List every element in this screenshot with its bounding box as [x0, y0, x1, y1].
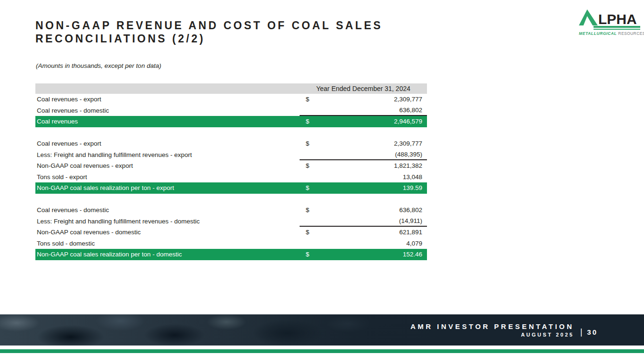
row-value: (488,395) — [395, 151, 427, 158]
bottom-green-stripe — [0, 349, 644, 353]
page-title-line1: NON-GAAP REVENUE AND COST OF COAL SALES — [35, 19, 383, 32]
table-header-period: Year Ended December 31, 2024 — [300, 85, 427, 92]
row-value: 636,802 — [399, 107, 427, 114]
currency-symbol: $ — [300, 118, 309, 125]
row-value: 4,079 — [406, 240, 427, 247]
row-amount-cell: $ 152.46 — [300, 249, 427, 260]
row-amount-cell: 13,048 — [300, 172, 427, 183]
currency-symbol: $ — [300, 206, 309, 214]
row-amount-cell: $ 139.59 — [300, 182, 427, 194]
row-amount-cell: 4,079 — [300, 238, 427, 249]
logo-wordmark: LPHA — [598, 13, 637, 25]
page-title: NON-GAAP REVENUE AND COST OF COAL SALES … — [35, 19, 383, 45]
row-value: 139.59 — [403, 184, 427, 191]
row-label: Less: Freight and handling fulfillment r… — [35, 151, 300, 158]
table-row: Non-GAAP coal revenues - export $ 1,821,… — [35, 160, 427, 172]
logo-mountain-a-icon — [579, 9, 598, 25]
logo-word-row: LPHA — [579, 9, 640, 25]
table-row: Coal revenues - export $ 2,309,777 — [35, 138, 427, 149]
currency-symbol: $ — [300, 96, 309, 103]
presentation-title: AMR INVESTOR PRESENTATION — [410, 322, 574, 330]
table-header-row: Year Ended December 31, 2024 — [35, 83, 427, 94]
table-row: Tons sold - export 13,048 — [35, 172, 427, 183]
table-row-total: Coal revenues $ 2,946,579 — [35, 116, 427, 127]
row-value: 152.46 — [403, 251, 427, 258]
row-value: 621,891 — [399, 229, 427, 236]
row-label: Coal revenues - domestic — [35, 107, 300, 114]
logo-tagline: METALLURGICAL RESOURCES — [579, 31, 640, 36]
currency-symbol: $ — [300, 229, 309, 236]
logo-stripe-thin — [594, 29, 640, 30]
slide: NON-GAAP REVENUE AND COST OF COAL SALES … — [0, 0, 644, 362]
footer-caption: AMR INVESTOR PRESENTATION AUGUST 2025 | … — [410, 322, 598, 337]
table-row: Coal revenues - domestic 636,802 — [35, 105, 427, 116]
row-amount-cell: $ 1,821,382 — [300, 160, 427, 172]
row-label: Tons sold - domestic — [35, 240, 300, 247]
currency-symbol: $ — [300, 251, 309, 258]
row-label: Tons sold - export — [35, 173, 300, 181]
table-row-total: Non-GAAP coal sales realization per ton … — [35, 182, 427, 194]
row-amount-cell: $ 2,946,579 — [300, 116, 427, 127]
row-label: Coal revenues - domestic — [35, 206, 300, 214]
row-amount-cell: $ 2,309,777 — [300, 94, 427, 105]
presentation-date: AUGUST 2025 — [410, 332, 574, 337]
row-label: Non-GAAP coal revenues - export — [35, 162, 300, 169]
table-row: Less: Freight and handling fulfillment r… — [35, 149, 427, 161]
row-value: 636,802 — [399, 206, 427, 214]
table-row-total: Non-GAAP coal sales realization per ton … — [35, 249, 427, 260]
reconciliation-table: Year Ended December 31, 2024 Coal revenu… — [35, 83, 427, 260]
logo-tagline-secondary: RESOURCES — [618, 31, 644, 36]
table-row: Coal revenues - export $ 2,309,777 — [35, 94, 427, 105]
table-row: Non-GAAP coal revenues - domestic $ 621,… — [35, 227, 427, 238]
table-section-gap — [35, 127, 427, 139]
row-label: Non-GAAP coal sales realization per ton … — [35, 251, 300, 258]
alpha-logo: LPHA METALLURGICAL RESOURCES — [579, 9, 640, 36]
currency-symbol: $ — [300, 162, 309, 169]
row-label: Non-GAAP coal revenues - domestic — [35, 229, 300, 236]
table-row: Tons sold - domestic 4,079 — [35, 238, 427, 249]
units-note: (Amounts in thousands, except per ton da… — [36, 62, 161, 69]
row-value: 1,821,382 — [394, 162, 427, 169]
row-value: 2,309,777 — [394, 140, 427, 147]
table-row: Less: Freight and handling fulfillment r… — [35, 216, 427, 227]
footer-separator: | — [580, 327, 583, 337]
row-value: 13,048 — [403, 173, 427, 181]
currency-symbol: $ — [300, 184, 309, 191]
row-label: Non-GAAP coal sales realization per ton … — [35, 184, 300, 191]
footer-caption-lines: AMR INVESTOR PRESENTATION AUGUST 2025 — [410, 322, 574, 337]
row-label: Coal revenues - export — [35, 140, 300, 147]
row-amount-cell: $ 621,891 — [300, 227, 427, 238]
row-value: 2,946,579 — [394, 118, 427, 125]
row-value: 2,309,777 — [394, 96, 427, 103]
footer-coal-banner: AMR INVESTOR PRESENTATION AUGUST 2025 | … — [0, 314, 644, 346]
row-value: (14,911) — [399, 217, 427, 224]
table-section-gap — [35, 194, 427, 205]
row-amount-cell: $ 636,802 — [300, 205, 427, 216]
currency-symbol: $ — [300, 140, 309, 147]
row-amount-cell: $ 2,309,777 — [300, 138, 427, 149]
row-label: Coal revenues — [35, 118, 300, 125]
page-number: 30 — [587, 328, 598, 336]
row-amount-cell: (488,395) — [300, 149, 427, 161]
row-label: Coal revenues - export — [35, 96, 300, 103]
table-row: Coal revenues - domestic $ 636,802 — [35, 205, 427, 216]
row-label: Less: Freight and handling fulfillment r… — [35, 218, 300, 225]
row-amount-cell: (14,911) — [300, 216, 427, 227]
row-amount-cell: 636,802 — [300, 105, 427, 116]
logo-tagline-primary: METALLURGICAL — [579, 31, 617, 36]
page-title-line2: RECONCILIATIONS (2/2) — [35, 32, 383, 45]
